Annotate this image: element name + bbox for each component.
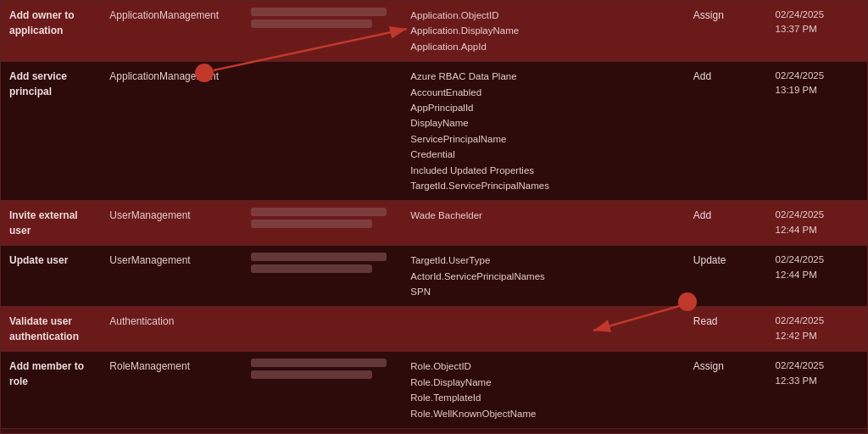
operation-cell: Assign — [685, 352, 767, 429]
blurred-target-bar — [251, 19, 372, 28]
blurred-target-bar — [251, 8, 387, 16]
category-cell: Authentication — [101, 307, 242, 352]
blurred-target-bar — [251, 370, 372, 379]
date-cell: 02/24/202513:37 PM — [767, 1, 867, 62]
audit-log-table: Add owner to applicationApplicationManag… — [0, 0, 868, 434]
date-cell: 02/24/202512:33 PM — [767, 429, 867, 434]
target-cell — [242, 62, 402, 201]
date-cell: 02/24/202513:19 PM — [767, 62, 867, 201]
blurred-target-bar — [251, 208, 387, 216]
operation-cell: Assign — [685, 1, 767, 62]
table-row: Add member to roleRoleManagementRole.Obj… — [1, 352, 867, 429]
operation-cell: Update — [685, 246, 767, 307]
date-cell: 02/24/202512:42 PM — [767, 307, 867, 352]
category-cell: ApplicationManagement — [101, 62, 242, 201]
target-cell — [242, 429, 402, 434]
blurred-target-bar — [251, 264, 372, 273]
target-cell — [242, 246, 402, 307]
properties-cell: Application.ObjectIDApplication.DisplayN… — [402, 1, 684, 62]
category-cell: ApplicationManagement — [101, 1, 242, 62]
table-row: Invite external userUserManagementWade B… — [1, 201, 867, 246]
properties-cell: TargetId.UserTypeActorId.ServicePrincipa… — [402, 246, 684, 307]
action-cell: Validate user authentication — [1, 307, 101, 352]
operation-cell: Add — [685, 201, 767, 246]
table-row: Add member to roleRoleManagementRole.Obj… — [1, 429, 867, 434]
blurred-target-bar — [251, 253, 387, 261]
table-row: Add service principalApplicationManageme… — [1, 62, 867, 201]
action-cell: Add member to role — [1, 352, 101, 429]
table-row: Update userUserManagementTargetId.UserTy… — [1, 246, 867, 307]
action-cell: Add owner to application — [1, 1, 101, 62]
properties-cell: Wade Bachelder — [402, 201, 684, 246]
category-cell: UserManagement — [101, 201, 242, 246]
table-row: Validate user authenticationAuthenticati… — [1, 307, 867, 352]
target-cell — [242, 352, 402, 429]
date-cell: 02/24/202512:44 PM — [767, 201, 867, 246]
blurred-target-bar — [251, 359, 387, 367]
category-cell: UserManagement — [101, 246, 242, 307]
action-cell: Add service principal — [1, 62, 101, 201]
target-cell — [242, 1, 402, 62]
operation-cell: Add — [685, 62, 767, 201]
annotation-2 — [678, 292, 697, 311]
action-cell: Add member to role — [1, 429, 101, 434]
annotation-1 — [195, 64, 214, 82]
action-cell: Invite external user — [1, 201, 101, 246]
action-cell: Update user — [1, 246, 101, 307]
properties-cell: Role.ObjectIDRole.DisplayNameRole.Templa… — [402, 429, 684, 434]
target-cell — [242, 307, 402, 352]
category-cell: RoleManagement — [101, 429, 242, 434]
date-cell: 02/24/202512:33 PM — [767, 352, 867, 429]
date-cell: 02/24/202512:44 PM — [767, 246, 867, 307]
blurred-target-bar — [251, 220, 372, 228]
properties-cell: Role.ObjectIDRole.DisplayNameRole.Templa… — [402, 352, 684, 429]
category-cell: RoleManagement — [101, 352, 242, 429]
target-cell — [242, 201, 402, 246]
properties-cell: Azure RBAC Data PlaneAccountEnabledAppPr… — [402, 62, 684, 201]
operation-cell: Assign — [685, 429, 767, 434]
properties-cell — [402, 307, 684, 352]
table-row: Add owner to applicationApplicationManag… — [1, 1, 867, 62]
operation-cell: Read — [685, 307, 767, 352]
